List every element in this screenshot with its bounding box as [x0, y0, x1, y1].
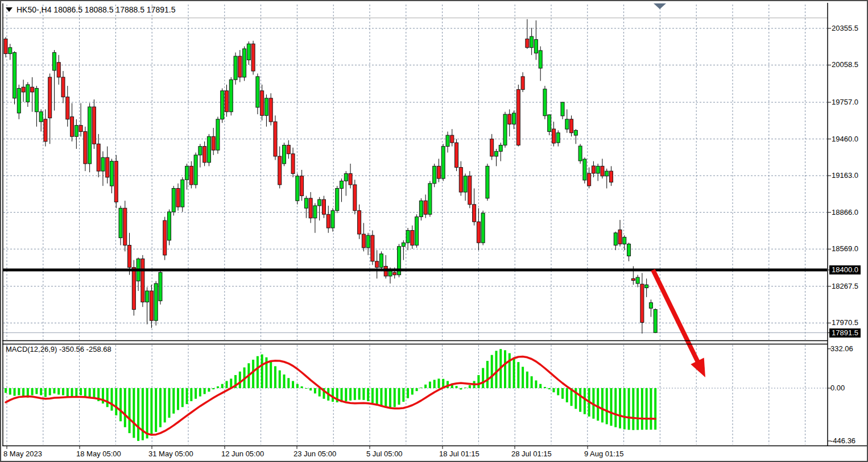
candle-down [84, 132, 87, 164]
candle-up [623, 237, 626, 244]
candle-up [199, 147, 202, 155]
macd-histogram-bar [133, 388, 135, 438]
macd-histogram-bar [597, 388, 599, 421]
macd-histogram-bar [526, 372, 528, 388]
candle-down [424, 201, 427, 214]
macd-histogram-bar [301, 386, 303, 388]
macd-histogram-bar [67, 388, 69, 397]
macd-histogram-bar [332, 388, 334, 402]
candle-down [128, 245, 131, 268]
candle-up [88, 107, 92, 164]
macd-histogram-bar [5, 388, 7, 393]
candle-down [588, 173, 591, 186]
price-axis-label: 19757.0 [832, 98, 858, 106]
macd-histogram-bar [385, 388, 387, 407]
candle-up [13, 52, 16, 98]
macd-histogram-bar [204, 388, 206, 394]
candle-up [379, 254, 383, 268]
candle-down [516, 90, 520, 145]
candle-up [181, 180, 184, 207]
macd-histogram-bar [319, 388, 321, 397]
macd-axis-label: 0.00 [830, 384, 845, 392]
candle-up [503, 114, 507, 145]
macd-histogram-bar [509, 353, 511, 388]
macd-histogram-bar [309, 388, 312, 390]
time-axis-label: 31 May 05:00 [148, 449, 193, 458]
candle-up [565, 119, 569, 129]
macd-histogram-bar [513, 357, 515, 388]
candle-up [264, 98, 268, 115]
candle-up [561, 102, 564, 116]
candle-down [123, 208, 127, 245]
macd-histogram-bar [292, 381, 294, 389]
trend-arrow-head-icon[interactable] [691, 358, 705, 377]
candle-down [278, 156, 282, 185]
macd-histogram-bar [579, 388, 581, 412]
candle-down [353, 185, 357, 211]
macd-histogram-bar [632, 388, 634, 430]
candle-up [154, 284, 158, 321]
macd-histogram-bar [31, 388, 34, 396]
time-axis-label: 8 May 2023 [3, 449, 42, 458]
macd-histogram-bar [606, 388, 608, 424]
macd-histogram-bar [420, 388, 422, 388]
candle-up [543, 89, 547, 116]
macd-histogram-bar [654, 388, 656, 430]
macd-histogram-bar [636, 388, 639, 430]
macd-histogram-bar [177, 388, 179, 410]
macd-histogram-bar [424, 385, 427, 388]
candle-down [4, 39, 7, 53]
candle-down [322, 199, 325, 214]
price-axis-label: 18267.5 [832, 282, 858, 290]
macd-histogram-bar [221, 384, 224, 388]
candle-down [150, 291, 153, 321]
macd-histogram-bar [146, 388, 148, 439]
macd-histogram-bar [646, 388, 648, 430]
macd-histogram-bar [358, 388, 361, 399]
macd-histogram-bar [641, 388, 643, 430]
macd-histogram-bar [544, 387, 546, 388]
macd-histogram-bar [212, 388, 214, 389]
macd-histogram-bar [129, 388, 131, 433]
macd-histogram-bar [208, 388, 210, 392]
price-axis-label: 18866.0 [832, 208, 858, 217]
macd-histogram-bar [159, 388, 162, 427]
candle-down [300, 176, 304, 196]
price-axis-label: 19460.0 [832, 135, 858, 143]
candle-down [371, 235, 374, 261]
candle-up [247, 44, 250, 60]
macd-histogram-bar [84, 388, 86, 397]
macd-histogram-bar [57, 388, 60, 394]
candle-up [234, 56, 237, 80]
candle-down [468, 176, 472, 205]
candle-down [601, 166, 604, 176]
candle-down [455, 143, 458, 167]
candle-down [61, 77, 65, 97]
candle-down [631, 278, 635, 280]
macd-histogram-bar [150, 388, 152, 435]
macd-histogram-bar [124, 388, 126, 427]
macd-histogram-bar [566, 388, 568, 402]
macd-histogram-bar [110, 388, 113, 411]
macd-histogram-bar [296, 384, 299, 388]
candle-down [477, 222, 480, 243]
candle-up [366, 235, 370, 248]
macd-histogram-bar [49, 388, 51, 396]
macd-histogram-bar [389, 388, 391, 408]
candle-up [172, 189, 175, 212]
candle-up [486, 166, 489, 198]
macd-indicator-label: MACD(12,26,9) -350.56 -258.68 [6, 345, 111, 353]
candle-down [106, 157, 109, 177]
chart-canvas[interactable] [1, 1, 868, 462]
candle-up [340, 181, 344, 188]
symbol-dropdown-icon[interactable] [6, 7, 13, 12]
candle-up [35, 88, 38, 111]
macd-histogram-bar [398, 388, 400, 405]
time-axis-label: 23 Jun 05:00 [294, 449, 336, 458]
candle-up [534, 40, 538, 53]
macd-histogram-bar [623, 388, 626, 430]
macd-histogram-bar [186, 388, 188, 404]
macd-histogram-bar [464, 388, 466, 388]
macd-histogram-bar [367, 388, 369, 401]
candle-up [636, 277, 639, 284]
